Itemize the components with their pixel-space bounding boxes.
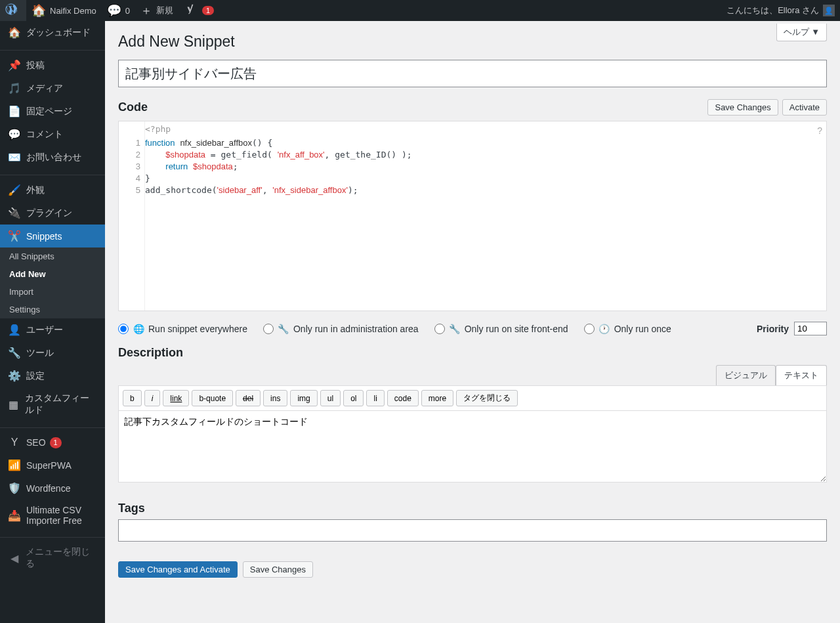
- scope-everywhere[interactable]: 🌐Run snippet everywhere: [118, 323, 247, 335]
- comments-bubble[interactable]: 💬0: [102, 0, 135, 21]
- new-content[interactable]: ＋新規: [135, 0, 178, 21]
- scope-once[interactable]: 🕐Only run once: [584, 323, 671, 335]
- menu-dashboard[interactable]: 🏠ダッシュボード: [0, 21, 105, 44]
- menu-wordfence[interactable]: 🛡️Wordfence: [0, 477, 105, 500]
- ed-ins[interactable]: ins: [263, 390, 287, 406]
- brush-icon: 🖌️: [8, 184, 21, 196]
- save-changes-button[interactable]: Save Changes: [707, 99, 778, 116]
- admin-bar: 🏠Naifix Demo 💬0 ＋新規 1 こんにちは、Ellora さん👤: [0, 0, 840, 21]
- wrench-icon: 🔧: [449, 323, 461, 335]
- menu-pages[interactable]: 📄固定ページ: [0, 100, 105, 123]
- ed-ul[interactable]: ul: [320, 390, 341, 406]
- avatar: 👤: [823, 5, 835, 16]
- submenu-all-snippets[interactable]: All Snippets: [0, 247, 105, 265]
- ed-i[interactable]: i: [144, 390, 161, 406]
- help-icon[interactable]: ?: [817, 125, 822, 136]
- plugin-icon: 🔌: [8, 207, 21, 219]
- code-editor[interactable]: <?php ? 12345 function nfx_sidebar_affbo…: [118, 121, 827, 311]
- menu-superpwa[interactable]: 📶SuperPWA: [0, 454, 105, 477]
- users-icon: 👤: [8, 324, 21, 336]
- wrench-icon: 🔧: [278, 323, 289, 335]
- menu-contact[interactable]: ✉️お問い合わせ: [0, 146, 105, 169]
- ed-b[interactable]: b: [123, 390, 142, 406]
- ed-del[interactable]: del: [236, 390, 261, 406]
- page-title: Add New Snippet: [118, 33, 827, 51]
- comment-icon: 💬: [8, 128, 21, 140]
- ed-img[interactable]: img: [290, 390, 317, 406]
- activate-button[interactable]: Activate: [782, 99, 827, 116]
- sliders-icon: ⚙️: [8, 370, 21, 382]
- menu-users[interactable]: 👤ユーザー: [0, 318, 105, 341]
- snippet-title-input[interactable]: [118, 60, 827, 87]
- wp-logo[interactable]: [0, 0, 26, 21]
- save-changes-button-bottom[interactable]: Save Changes: [243, 561, 313, 578]
- page-icon: 📄: [8, 105, 21, 118]
- tab-text[interactable]: テキスト: [776, 365, 827, 385]
- scissors-icon: ✂️: [8, 230, 21, 242]
- line-gutter: 12345: [119, 121, 145, 311]
- clock-icon: 🕐: [598, 323, 610, 335]
- ed-ol[interactable]: ol: [343, 390, 364, 406]
- pin-icon: 📌: [8, 59, 21, 72]
- comment-icon: 💬: [107, 3, 121, 18]
- ed-code[interactable]: code: [387, 390, 419, 406]
- wordpress-icon: [5, 3, 17, 18]
- yoast-icon: [184, 3, 196, 18]
- collapse-menu[interactable]: ◀メニューを閉じる: [0, 541, 105, 575]
- seo-badge: 1: [50, 437, 62, 448]
- description-textarea[interactable]: [118, 410, 827, 483]
- tab-visual[interactable]: ビジュアル: [716, 365, 776, 385]
- scope-row: 🌐Run snippet everywhere 🔧Only run in adm…: [118, 322, 827, 335]
- content: Add New Snippet Code Save Changes Activa…: [105, 21, 840, 604]
- menu-snippets[interactable]: ✂️Snippets: [0, 225, 105, 247]
- tags-input[interactable]: [118, 519, 827, 542]
- menu-customfields[interactable]: ▦カスタムフィールド: [0, 387, 105, 421]
- ed-close-tags[interactable]: タグを閉じる: [456, 390, 518, 406]
- scope-admin[interactable]: 🔧Only run in administration area: [263, 323, 419, 335]
- description-heading: Description: [118, 346, 827, 360]
- yoast-badge: 1: [202, 6, 214, 15]
- menu-seo[interactable]: YSEO1: [0, 431, 105, 454]
- import-icon: 📥: [8, 509, 21, 522]
- code-heading: Code: [118, 100, 148, 114]
- ed-li[interactable]: li: [366, 390, 384, 406]
- scope-frontend[interactable]: 🔧Only run on site front-end: [434, 323, 568, 335]
- pwa-icon: 📶: [8, 459, 21, 471]
- php-open-tag: <?php: [145, 124, 171, 134]
- menu-comments[interactable]: 💬コメント: [0, 123, 105, 146]
- site-name: Naifix Demo: [50, 6, 96, 16]
- menu-csv-importer[interactable]: 📥Ultimate CSV Importer Free: [0, 500, 105, 531]
- site-name-link[interactable]: 🏠Naifix Demo: [26, 0, 102, 21]
- tags-heading: Tags: [118, 502, 827, 515]
- menu-media[interactable]: 🎵メディア: [0, 77, 105, 100]
- home-icon: 🏠: [32, 3, 46, 18]
- yoast-link[interactable]: 1: [178, 0, 219, 21]
- submenu-import[interactable]: Import: [0, 283, 105, 301]
- plus-icon: ＋: [140, 3, 152, 18]
- dashboard-icon: 🏠: [8, 26, 21, 39]
- ed-link[interactable]: link: [163, 390, 189, 406]
- priority-input[interactable]: [794, 322, 827, 335]
- code-content[interactable]: function nfx_sidebar_affbox() { $shopdat…: [145, 121, 826, 311]
- menu-appearance[interactable]: 🖌️外観: [0, 179, 105, 202]
- menu-plugins[interactable]: 🔌プラグイン: [0, 202, 105, 225]
- media-icon: 🎵: [8, 82, 21, 95]
- save-and-activate-button[interactable]: Save Changes and Activate: [118, 561, 238, 578]
- submenu-add-new[interactable]: Add New: [0, 265, 105, 283]
- globe-icon: 🌐: [133, 323, 144, 335]
- priority: Priority: [757, 322, 827, 335]
- my-account[interactable]: こんにちは、Ellora さん👤: [721, 0, 840, 21]
- ed-more[interactable]: more: [421, 390, 453, 406]
- menu-settings[interactable]: ⚙️設定: [0, 364, 105, 387]
- menu-posts[interactable]: 📌投稿: [0, 54, 105, 77]
- chevron-left-icon: ◀: [8, 552, 20, 565]
- help-tab[interactable]: ヘルプ ▼: [776, 24, 827, 41]
- menu-tools[interactable]: 🔧ツール: [0, 341, 105, 364]
- wrench-icon: 🔧: [8, 347, 21, 359]
- grid-icon: ▦: [8, 398, 20, 411]
- yoast-icon: Y: [8, 437, 21, 448]
- mail-icon: ✉️: [8, 151, 21, 163]
- submenu-settings[interactable]: Settings: [0, 301, 105, 318]
- ed-bquote[interactable]: b-quote: [192, 390, 233, 406]
- shield-icon: 🛡️: [8, 482, 21, 494]
